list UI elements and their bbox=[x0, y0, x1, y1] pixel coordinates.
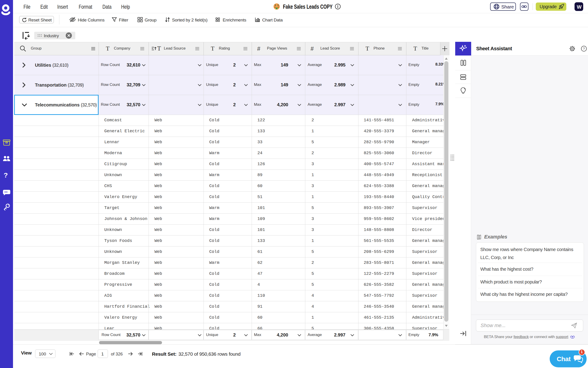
svg-text:?: ? bbox=[583, 46, 585, 50]
svg-text:$: $ bbox=[275, 4, 276, 7]
svg-text:$: $ bbox=[277, 4, 279, 7]
